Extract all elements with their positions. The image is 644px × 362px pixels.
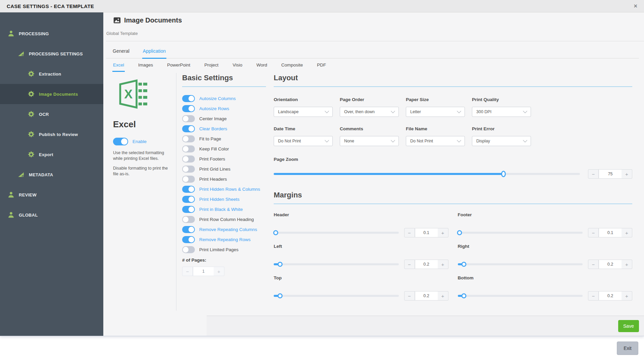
margin-plus-button[interactable]: + xyxy=(622,260,632,269)
margin-slider[interactable] xyxy=(274,295,399,297)
sidebar-item-publish-to-review[interactable]: Publish to Review xyxy=(0,124,103,144)
page-zoom-slider[interactable] xyxy=(274,173,580,175)
gear-icon xyxy=(27,110,36,118)
margin-slider-thumb[interactable] xyxy=(277,293,282,299)
field-label: Print Quality xyxy=(472,97,531,102)
margin-plus-button[interactable]: + xyxy=(622,291,632,301)
dropdown-print-error[interactable]: Display xyxy=(472,136,531,146)
margin-right: Right−0.2+ xyxy=(458,244,633,275)
margin-slider[interactable] xyxy=(458,263,583,265)
toggle-switch[interactable] xyxy=(182,145,195,152)
sidebar-item-ocr[interactable]: OCR xyxy=(0,104,103,124)
subtab-excel[interactable]: Excel xyxy=(112,62,125,72)
margin-plus-button[interactable]: + xyxy=(438,291,448,301)
dropdown-paper-size[interactable]: Letter xyxy=(406,107,465,117)
page-zoom-slider-thumb[interactable] xyxy=(501,171,506,177)
margin-minus-button[interactable]: − xyxy=(588,291,599,301)
sidebar-item-processing[interactable]: PROCESSING xyxy=(0,24,103,44)
tab-general[interactable]: General xyxy=(112,48,130,59)
dropdown-orientation[interactable]: Landscape xyxy=(274,107,333,117)
margin-slider[interactable] xyxy=(274,232,399,234)
sidebar-item-label: PROCESSING xyxy=(19,31,49,36)
toggle-switch[interactable] xyxy=(182,216,195,223)
toggle-switch[interactable] xyxy=(182,105,195,112)
excel-title: Excel xyxy=(113,119,178,130)
toggle-label: Print Headers xyxy=(199,177,227,182)
toggle-switch[interactable] xyxy=(182,95,195,102)
page-zoom-minus-button[interactable]: − xyxy=(588,169,599,179)
toggle-switch[interactable] xyxy=(182,166,195,173)
margin-plus-button[interactable]: + xyxy=(622,228,632,237)
margin-plus-button[interactable]: + xyxy=(438,228,448,237)
sidebar-item-metadata[interactable]: METADATA xyxy=(0,165,103,185)
margin-minus-button[interactable]: − xyxy=(588,260,599,269)
subtab-composite[interactable]: Composite xyxy=(280,62,304,72)
margin-slider[interactable] xyxy=(458,232,583,234)
toggle-switch[interactable] xyxy=(182,196,195,203)
subtab-pdf[interactable]: PDF xyxy=(316,62,327,72)
close-icon[interactable]: × xyxy=(634,3,637,9)
tab-application[interactable]: Application xyxy=(142,48,167,59)
margin-minus-button[interactable]: − xyxy=(588,228,599,237)
margin-slider-thumb[interactable] xyxy=(457,230,462,235)
dropdown-value: Letter xyxy=(410,109,421,114)
margin-plus-button[interactable]: + xyxy=(438,260,448,269)
toggle-row-remove-repeating-columns: Remove Repeating Columns xyxy=(182,224,266,234)
margin-value[interactable]: 0.2 xyxy=(415,260,438,269)
dropdown-file-name[interactable]: Do Not Print xyxy=(406,136,465,146)
toggle-switch[interactable] xyxy=(182,155,195,163)
toggle-switch[interactable] xyxy=(182,186,195,193)
subtab-visio[interactable]: Visio xyxy=(232,62,243,72)
dropdown-comments[interactable]: None xyxy=(340,136,399,146)
subtab-images[interactable]: Images xyxy=(138,62,154,72)
toggle-switch[interactable] xyxy=(182,135,195,142)
margin-value[interactable]: 0.2 xyxy=(599,291,622,301)
page-zoom-value[interactable]: 75 xyxy=(599,169,622,179)
exit-button[interactable]: Exit xyxy=(617,342,638,355)
dropdown-page-order[interactable]: Over, then down xyxy=(340,107,399,117)
margin-slider-thumb[interactable] xyxy=(462,293,467,299)
sidebar-item-processing-settings[interactable]: PROCESSING SETTINGS xyxy=(0,44,103,64)
pages-minus-button[interactable]: − xyxy=(182,267,193,276)
toggle-switch[interactable] xyxy=(182,206,195,213)
dropdown-date-time[interactable]: Do Not Print xyxy=(274,136,333,146)
gear-icon xyxy=(27,130,36,138)
sidebar-item-global[interactable]: GLOBAL xyxy=(0,205,103,225)
margin-minus-button[interactable]: − xyxy=(404,291,415,301)
sidebar-item-review[interactable]: REVIEW xyxy=(0,185,103,205)
toggle-switch[interactable] xyxy=(182,246,195,253)
margins-title: Margins xyxy=(274,191,632,204)
pages-value[interactable]: 1 xyxy=(193,267,214,276)
dropdown-print-quality[interactable]: 300 DPI xyxy=(472,107,531,117)
margin-minus-button[interactable]: − xyxy=(404,228,415,237)
toggle-switch[interactable] xyxy=(182,226,195,233)
margin-value[interactable]: 0.1 xyxy=(599,228,622,237)
toggle-switch[interactable] xyxy=(182,125,195,132)
margin-slider[interactable] xyxy=(458,295,583,297)
sidebar-item-export[interactable]: Export xyxy=(0,144,103,165)
dropdown-value: Do Not Print xyxy=(278,139,301,143)
margin-minus-button[interactable]: − xyxy=(404,260,415,269)
sidebar-item-extraction[interactable]: Extraction xyxy=(0,64,103,84)
pages-plus-button[interactable]: + xyxy=(214,267,224,276)
margin-value[interactable]: 0.2 xyxy=(599,260,622,269)
margin-slider-thumb[interactable] xyxy=(273,230,278,235)
toggle-switch[interactable] xyxy=(182,176,195,183)
subtab-project[interactable]: Project xyxy=(204,62,219,72)
margin-slider[interactable] xyxy=(274,263,399,265)
margin-value[interactable]: 0.1 xyxy=(415,228,438,237)
field-label: Paper Size xyxy=(406,97,465,102)
sidebar-item-image-documents[interactable]: Image Documents xyxy=(0,84,103,104)
enable-toggle[interactable] xyxy=(113,138,128,145)
user-icon xyxy=(7,211,15,219)
subtab-word[interactable]: Word xyxy=(256,62,268,72)
save-button[interactable]: Save xyxy=(618,320,639,332)
margin-slider-thumb[interactable] xyxy=(277,262,282,267)
field-date-time: Date TimeDo Not Print xyxy=(274,126,333,146)
subtab-powerpoint[interactable]: PowerPoint xyxy=(166,62,191,72)
margin-slider-thumb[interactable] xyxy=(462,262,467,267)
margin-value[interactable]: 0.2 xyxy=(415,291,438,301)
toggle-switch[interactable] xyxy=(182,115,195,122)
toggle-switch[interactable] xyxy=(182,236,195,243)
page-zoom-plus-button[interactable]: + xyxy=(622,169,632,179)
